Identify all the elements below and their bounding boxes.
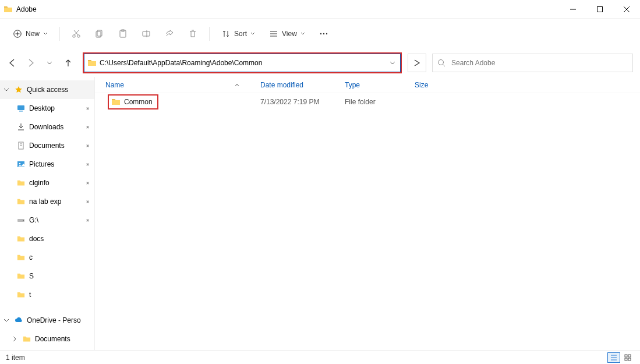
new-button[interactable]: New	[7, 24, 54, 44]
chevron-down-icon	[2, 317, 10, 323]
sidebar-item-documents[interactable]: Documents ✦	[0, 136, 94, 155]
pin-icon: ✦	[83, 123, 91, 130]
star-icon	[14, 85, 23, 94]
svg-point-21	[323, 33, 324, 34]
cloud-icon	[14, 316, 23, 325]
column-header-size[interactable]: Size	[404, 81, 451, 89]
sidebar-item-nalabexp[interactable]: na lab exp ✦	[0, 192, 94, 211]
address-bar[interactable]	[84, 54, 401, 72]
column-label: Size	[415, 81, 428, 89]
close-button[interactable]	[613, 0, 640, 19]
sidebar-item-c[interactable]: c	[0, 248, 94, 267]
maximize-button[interactable]	[586, 0, 613, 19]
folder-icon	[16, 178, 26, 188]
view-button[interactable]: View	[263, 24, 311, 44]
pin-icon: ✦	[83, 179, 91, 186]
sidebar-item-label: t	[29, 291, 31, 299]
separator	[209, 27, 210, 41]
window-title: Adobe	[16, 5, 37, 13]
separator	[59, 27, 60, 41]
sidebar-item-docs[interactable]: docs	[0, 229, 94, 248]
share-button[interactable]	[159, 24, 180, 44]
up-button[interactable]	[63, 58, 73, 68]
column-header-name[interactable]: Name	[95, 81, 250, 89]
svg-rect-1	[597, 6, 603, 12]
sidebar-item-label: Downloads	[29, 123, 63, 131]
svg-point-32	[19, 163, 21, 165]
sidebar-label: Quick access	[27, 86, 68, 94]
delete-button[interactable]	[182, 24, 203, 44]
status-bar: 1 item	[0, 350, 640, 364]
pin-icon: ✦	[83, 216, 91, 224]
svg-rect-40	[625, 358, 627, 361]
copy-icon	[95, 29, 104, 38]
new-label: New	[26, 30, 40, 38]
paste-button[interactable]	[112, 24, 133, 44]
svg-rect-26	[19, 111, 23, 112]
svg-rect-41	[628, 358, 631, 361]
view-label: View	[282, 30, 297, 38]
column-header-type[interactable]: Type	[334, 81, 404, 89]
column-header-date[interactable]: Date modified	[250, 81, 334, 89]
view-icon	[269, 29, 278, 38]
sidebar-item-label: Documents	[35, 335, 70, 343]
view-mode-switch	[607, 352, 634, 363]
search-box[interactable]	[432, 54, 633, 72]
cell-type: File folder	[334, 98, 404, 106]
sidebar-item-label: docs	[29, 235, 44, 243]
sort-label: Sort	[234, 30, 247, 38]
folder-icon	[22, 334, 31, 344]
forward-button[interactable]	[26, 58, 36, 68]
svg-line-9	[75, 30, 79, 35]
cut-button[interactable]	[66, 24, 87, 44]
sidebar-item-gdrive[interactable]: G:\ ✦	[0, 211, 94, 229]
sidebar-item-label: Desktop	[29, 104, 55, 112]
more-button[interactable]	[313, 24, 334, 44]
chevron-down-icon	[2, 87, 10, 93]
sort-indicator-icon	[235, 83, 239, 87]
minimize-button[interactable]	[560, 0, 586, 19]
folder-icon	[16, 197, 26, 206]
sidebar-item-pictures[interactable]: Pictures ✦	[0, 155, 94, 174]
svg-point-20	[320, 33, 321, 34]
column-headers: Name Date modified Type Size	[95, 77, 640, 93]
sidebar-item-s[interactable]: S	[0, 267, 94, 285]
sidebar-item-label: c	[29, 253, 33, 261]
sidebar-item-desktop[interactable]: Desktop ✦	[0, 99, 94, 118]
document-icon	[16, 141, 26, 150]
folder-icon	[111, 97, 121, 107]
sort-button[interactable]: Sort	[215, 24, 261, 44]
folder-icon	[16, 290, 26, 299]
rename-button[interactable]	[136, 24, 157, 44]
svg-point-8	[77, 35, 80, 37]
file-name: Common	[124, 98, 153, 106]
sidebar-item-downloads[interactable]: Downloads ✦	[0, 118, 94, 136]
address-history-button[interactable]	[384, 60, 400, 66]
column-label: Name	[105, 81, 124, 89]
sidebar-item-t[interactable]: t	[0, 285, 94, 304]
sidebar-quick-access[interactable]: Quick access	[0, 80, 94, 99]
nav-arrows	[7, 58, 73, 68]
titlebar: Adobe	[0, 0, 640, 19]
folder-icon	[84, 58, 100, 68]
sidebar: Quick access Desktop ✦ Downloads ✦ Docum…	[0, 77, 95, 350]
sidebar-onedrive[interactable]: OneDrive - Perso	[0, 311, 94, 330]
pin-icon: ✦	[83, 160, 91, 168]
details-view-button[interactable]	[607, 352, 620, 363]
copy-button[interactable]	[89, 24, 110, 44]
recent-locations-button[interactable]	[44, 58, 55, 68]
large-icons-view-button[interactable]	[621, 352, 634, 363]
content-pane: Name Date modified Type Size Common 7/13…	[95, 77, 640, 350]
go-button[interactable]	[408, 54, 426, 72]
chevron-down-icon	[300, 31, 305, 36]
pin-icon: ✦	[83, 104, 91, 112]
sidebar-onedrive-documents[interactable]: Documents	[0, 330, 94, 348]
column-label: Date modified	[260, 81, 303, 89]
sidebar-item-clginfo[interactable]: clginfo ✦	[0, 174, 94, 192]
folder-icon	[3, 5, 13, 14]
row-highlight: Common	[108, 94, 158, 109]
back-button[interactable]	[7, 58, 17, 68]
search-input[interactable]	[450, 58, 628, 68]
address-input[interactable]	[100, 54, 384, 72]
file-row[interactable]: Common 7/13/2022 7:19 PM File folder	[95, 93, 640, 111]
